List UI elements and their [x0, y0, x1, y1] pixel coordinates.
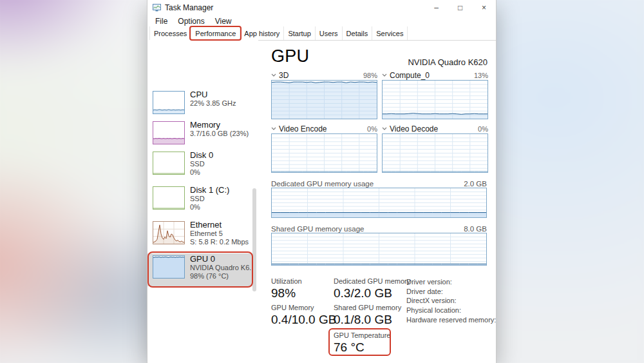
- stat-label: GPU Memory: [271, 304, 336, 312]
- stat-shared-memory: Shared GPU memory 0.1/8.0 GB: [334, 304, 401, 327]
- memory-mini-chart: [153, 121, 185, 144]
- gpu-3d-chart: [271, 80, 377, 119]
- stat-value: 98%: [271, 286, 302, 300]
- menu-bar: File Options View: [147, 15, 496, 26]
- maximize-button[interactable]: □: [448, 0, 472, 15]
- chart-header-compute0: Compute_0 13%: [382, 71, 488, 79]
- chart-title: Video Encode: [279, 124, 327, 133]
- sidebar-item-ethernet[interactable]: Ethernet Ethernet 5 S: 5.8 R: 0.2 Mbps: [147, 219, 255, 253]
- sidebar-item-disk1[interactable]: Disk 1 (C:) SSD 0%: [147, 184, 255, 218]
- minimize-button[interactable]: –: [424, 0, 448, 15]
- gpu0-mini-chart: [153, 255, 185, 279]
- menu-file[interactable]: File: [150, 17, 173, 26]
- compute0-chart: [382, 80, 488, 119]
- sidebar-item-title: CPU: [190, 90, 254, 99]
- chart-percent: 0%: [367, 125, 377, 133]
- tab-services[interactable]: Services: [372, 26, 408, 40]
- chart-title: Video Decode: [390, 124, 438, 133]
- sidebar-item-detail: Ethernet 5: [190, 230, 254, 238]
- sidebar-item-title: Disk 1 (C:): [190, 185, 254, 195]
- sidebar-item-detail2: 98% (76 °C): [190, 272, 254, 280]
- sidebar-item-detail: NVIDIA Quadro K6...: [190, 264, 254, 272]
- stat-label: Dedicated GPU memory: [334, 277, 410, 286]
- tab-users[interactable]: Users: [316, 26, 343, 40]
- menu-view[interactable]: View: [210, 17, 237, 26]
- chart-title: Dedicated GPU memory usage: [271, 180, 374, 188]
- sidebar-item-detail2: 0%: [190, 203, 254, 211]
- chart-percent: 13%: [474, 72, 488, 79]
- driver-info-line: Driver date:: [406, 287, 496, 297]
- shared-memory-header: Shared GPU memory usage 8.0 GB: [271, 225, 487, 233]
- sidebar-item-detail2: S: 5.8 R: 0.2 Mbps: [190, 238, 254, 246]
- tab-performance[interactable]: Performance: [191, 26, 240, 40]
- desktop: Task Manager – □ × File Options View Pro…: [0, 0, 644, 363]
- tab-startup[interactable]: Startup: [284, 26, 315, 40]
- driver-info-line: Physical location:: [406, 306, 496, 315]
- sidebar-item-title: Disk 0: [190, 150, 254, 160]
- sidebar-item-title: Ethernet: [190, 220, 254, 230]
- tab-processes[interactable]: Processes: [149, 26, 191, 40]
- dedicated-memory-chart: [271, 188, 487, 218]
- chart-header-video-encode: Video Encode 0%: [271, 124, 377, 133]
- tab-strip: Processes Performance App history Startu…: [147, 26, 496, 41]
- tab-details[interactable]: Details: [343, 26, 373, 40]
- performance-sidebar: CPU 22% 3.85 GHz Memory 3.7/16.0 GB (23%…: [147, 40, 258, 363]
- driver-info: Driver version: Driver date: DirectX ver…: [406, 277, 496, 325]
- titlebar: Task Manager – □ ×: [147, 0, 496, 15]
- sidebar-scrollbar[interactable]: [252, 188, 256, 291]
- task-manager-window: Task Manager – □ × File Options View Pro…: [147, 0, 497, 363]
- chart-title: 3D: [279, 71, 289, 80]
- disk1-mini-chart: [153, 186, 185, 210]
- sidebar-item-detail: 22% 3.85 GHz: [190, 99, 254, 108]
- stat-dedicated-memory: Dedicated GPU memory 0.3/2.0 GB: [334, 277, 410, 300]
- stat-value: 0.4/10.0 GB: [271, 313, 336, 327]
- shared-memory-chart: [271, 233, 487, 266]
- window-controls: – □ ×: [424, 0, 496, 15]
- sidebar-item-title: Memory: [190, 120, 254, 130]
- chevron-down-icon[interactable]: [382, 74, 387, 77]
- close-button[interactable]: ×: [472, 0, 496, 15]
- window-title: Task Manager: [165, 3, 213, 12]
- chart-header-video-decode: Video Decode 0%: [382, 124, 488, 133]
- stat-gpu-temperature: GPU Temperature 76 °C: [334, 331, 390, 355]
- driver-info-line: Driver version:: [406, 277, 496, 287]
- sidebar-item-detail: SSD: [190, 195, 254, 203]
- sidebar-item-disk0[interactable]: Disk 0 SSD 0%: [147, 150, 255, 183]
- stat-utilization: Utilization 98%: [271, 277, 302, 300]
- chart-header-3d: 3D 98%: [271, 71, 377, 79]
- chevron-down-icon[interactable]: [382, 127, 387, 130]
- stat-gpu-memory: GPU Memory 0.4/10.0 GB: [271, 304, 336, 327]
- sidebar-item-gpu0[interactable]: GPU 0 NVIDIA Quadro K6... 98% (76 °C): [147, 253, 255, 286]
- sidebar-item-detail2: 0%: [190, 168, 254, 177]
- sidebar-item-detail: SSD: [190, 160, 254, 168]
- tab-app-history[interactable]: App history: [240, 26, 284, 40]
- sidebar-item-title: GPU 0: [190, 254, 254, 264]
- chart-percent: 98%: [363, 72, 377, 79]
- menu-options[interactable]: Options: [173, 17, 209, 26]
- driver-info-line: Hardware reserved memory:: [406, 315, 496, 325]
- stat-label: GPU Temperature: [334, 331, 390, 340]
- chart-max-value: 8.0 GB: [464, 225, 487, 233]
- stat-value: 76 °C: [334, 340, 390, 355]
- video-encode-chart: [271, 133, 377, 173]
- sidebar-item-memory[interactable]: Memory 3.7/16.0 GB (23%): [147, 119, 255, 149]
- dedicated-memory-header: Dedicated GPU memory usage 2.0 GB: [271, 180, 487, 188]
- sidebar-item-cpu[interactable]: CPU 22% 3.85 GHz: [147, 89, 255, 119]
- task-manager-icon: [153, 4, 161, 12]
- stat-value: 0.3/2.0 GB: [334, 286, 410, 300]
- chevron-down-icon[interactable]: [271, 74, 276, 77]
- stat-value: 0.1/8.0 GB: [334, 313, 401, 327]
- chart-title: Shared GPU memory usage: [271, 225, 364, 233]
- page-title: GPU: [271, 46, 309, 66]
- driver-info-line: DirectX version:: [406, 296, 496, 306]
- sidebar-item-detail: 3.7/16.0 GB (23%): [190, 130, 254, 138]
- chart-max-value: 2.0 GB: [464, 180, 487, 188]
- cpu-mini-chart: [153, 91, 185, 114]
- disk0-mini-chart: [153, 152, 185, 175]
- ethernet-mini-chart: [153, 221, 185, 244]
- chart-title: Compute_0: [390, 71, 430, 80]
- chevron-down-icon[interactable]: [271, 127, 276, 130]
- tab-performance-label: Performance: [195, 30, 236, 37]
- stat-label: Utilization: [271, 277, 302, 286]
- stat-label: Shared GPU memory: [334, 304, 401, 312]
